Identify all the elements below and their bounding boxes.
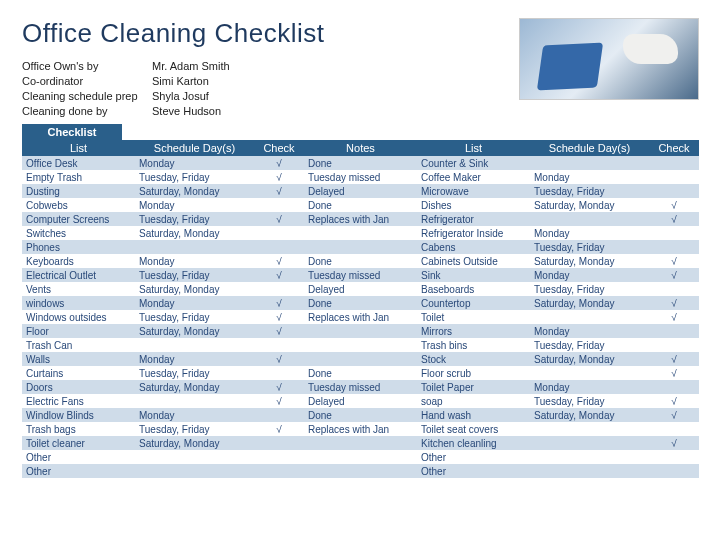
list-right: Refrigerator Inside (417, 226, 530, 240)
list-right: Cabinets Outside (417, 254, 530, 268)
check-right (649, 170, 699, 184)
check-left: √ (254, 394, 304, 408)
check-right: √ (649, 366, 699, 380)
schedule-right: Monday (530, 226, 649, 240)
table-row: OtherOther (22, 450, 699, 464)
list-right: Cabens (417, 240, 530, 254)
check-right (649, 282, 699, 296)
meta-label: Co-ordinator (22, 74, 152, 89)
table-row: PhonesCabensTuesday, Friday (22, 240, 699, 254)
check-right: √ (649, 352, 699, 366)
check-left: √ (254, 422, 304, 436)
list-right: Hand wash (417, 408, 530, 422)
table-row: Toilet cleanerSaturday, MondayKitchen cl… (22, 436, 699, 450)
schedule-right: Monday (530, 324, 649, 338)
schedule-left: Monday (135, 156, 254, 170)
table-header-row: ListSchedule Day(s)CheckNotesListSchedul… (22, 140, 699, 156)
column-header: List (417, 140, 530, 156)
list-left: Switches (22, 226, 135, 240)
schedule-right: Tuesday, Friday (530, 394, 649, 408)
notes: Replaces with Jan (304, 212, 417, 226)
table-row: Electric Fans√DelayedsoapTuesday, Friday… (22, 394, 699, 408)
table-row: DustingSaturday, Monday√DelayedMicrowave… (22, 184, 699, 198)
schedule-right (530, 366, 649, 380)
meta-line: Co-ordinatorSimi Karton (22, 74, 509, 89)
table-row: Trash CanTrash binsTuesday, Friday (22, 338, 699, 352)
table-row: CobwebsMondayDoneDishesSaturday, Monday√ (22, 198, 699, 212)
column-header: Schedule Day(s) (135, 140, 254, 156)
check-left: √ (254, 268, 304, 282)
list-left: Dusting (22, 184, 135, 198)
schedule-right: Saturday, Monday (530, 254, 649, 268)
list-left: Other (22, 464, 135, 478)
check-left: √ (254, 170, 304, 184)
check-left: √ (254, 310, 304, 324)
notes: Done (304, 408, 417, 422)
schedule-right: Monday (530, 268, 649, 282)
meta-label: Cleaning done by (22, 104, 152, 119)
notes: Replaces with Jan (304, 310, 417, 324)
list-right: Kitchen cleanling (417, 436, 530, 450)
check-right: √ (649, 408, 699, 422)
list-right: Dishes (417, 198, 530, 212)
list-right: Baseboards (417, 282, 530, 296)
schedule-right (530, 156, 649, 170)
notes: Delayed (304, 282, 417, 296)
table-row: windowsMonday√DoneCountertopSaturday, Mo… (22, 296, 699, 310)
table-row: KeyboardsMonday√DoneCabinets OutsideSatu… (22, 254, 699, 268)
list-right: Counter & Sink (417, 156, 530, 170)
checklist-section-label: Checklist (22, 124, 122, 140)
check-right (649, 324, 699, 338)
schedule-left (135, 240, 254, 254)
check-left: √ (254, 254, 304, 268)
list-left: Floor (22, 324, 135, 338)
schedule-right (530, 310, 649, 324)
schedule-left: Saturday, Monday (135, 226, 254, 240)
check-right (649, 380, 699, 394)
table-row: Empty TrashTuesday, Friday√Tuesday misse… (22, 170, 699, 184)
list-right: Refrigerator (417, 212, 530, 226)
list-left: Toilet cleaner (22, 436, 135, 450)
schedule-right: Monday (530, 170, 649, 184)
list-left: Other (22, 450, 135, 464)
schedule-right (530, 450, 649, 464)
notes: Done (304, 254, 417, 268)
notes (304, 226, 417, 240)
list-right: Other (417, 450, 530, 464)
list-right: Coffee Maker (417, 170, 530, 184)
list-left: Trash bags (22, 422, 135, 436)
table-row: VentsSaturday, MondayDelayedBaseboardsTu… (22, 282, 699, 296)
meta-label: Cleaning schedule prep (22, 89, 152, 104)
list-right: Stock (417, 352, 530, 366)
schedule-right (530, 464, 649, 478)
check-left (254, 436, 304, 450)
notes (304, 240, 417, 254)
notes: Done (304, 366, 417, 380)
schedule-right: Tuesday, Friday (530, 282, 649, 296)
schedule-left: Saturday, Monday (135, 324, 254, 338)
schedule-left: Saturday, Monday (135, 184, 254, 198)
table-row: DoorsSaturday, Monday√Tuesday missedToil… (22, 380, 699, 394)
schedule-left (135, 338, 254, 352)
table-row: Office DeskMonday√DoneCounter & Sink (22, 156, 699, 170)
check-left (254, 198, 304, 212)
check-right (649, 464, 699, 478)
check-right (649, 184, 699, 198)
check-right: √ (649, 254, 699, 268)
meta-value: Shyla Josuf (152, 89, 209, 104)
check-right (649, 338, 699, 352)
header: Office Cleaning Checklist Office Own's b… (22, 18, 699, 118)
schedule-right: Saturday, Monday (530, 408, 649, 422)
check-left: √ (254, 156, 304, 170)
check-right (649, 156, 699, 170)
schedule-right: Monday (530, 380, 649, 394)
meta-line: Cleaning done bySteve Hudson (22, 104, 509, 119)
schedule-right: Saturday, Monday (530, 352, 649, 366)
schedule-left: Tuesday, Friday (135, 268, 254, 282)
list-left: Walls (22, 352, 135, 366)
schedule-left: Saturday, Monday (135, 436, 254, 450)
schedule-left (135, 394, 254, 408)
schedule-right (530, 422, 649, 436)
column-header: Check (254, 140, 304, 156)
list-left: windows (22, 296, 135, 310)
